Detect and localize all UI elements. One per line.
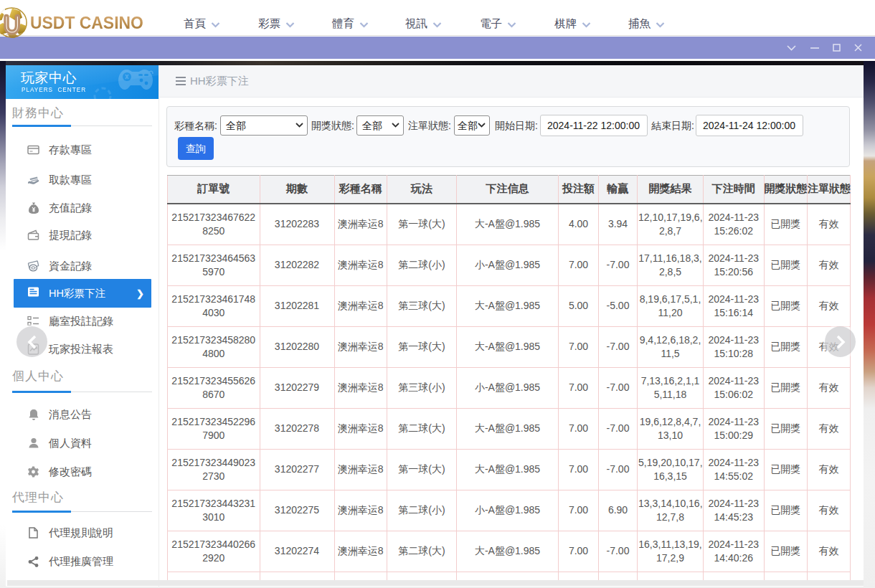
svg-text:Casino: Casino <box>6 34 18 38</box>
